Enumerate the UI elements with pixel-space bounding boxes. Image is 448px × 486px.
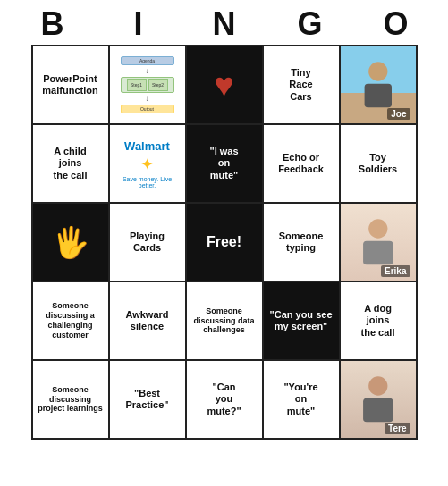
cell-awkward-silence[interactable]: Awkwardsilence bbox=[110, 282, 187, 361]
cell-can-you-mute[interactable]: "Canyoumute?" bbox=[187, 361, 264, 440]
cell-someone-typing[interactable]: Someonetyping bbox=[264, 204, 341, 282]
cell-text: Someone discussing a challenging custome… bbox=[37, 301, 105, 339]
cell-powerpoint[interactable]: PowerPointmalfunction bbox=[33, 46, 110, 125]
letter-n: N bbox=[186, 5, 263, 43]
cell-text: Someonetyping bbox=[279, 230, 324, 254]
cell-playing-cards[interactable]: PlayingCards bbox=[110, 204, 187, 282]
cell-text: "You'reonmute" bbox=[283, 381, 317, 417]
cell-text: ToySoldiers bbox=[359, 152, 397, 175]
cell-i-was-on-mute[interactable]: "I wasonmute" bbox=[187, 125, 264, 204]
cell-dog-joins[interactable]: A dogjoinsthe call bbox=[341, 282, 418, 361]
cell-text: Someone discussing data challenges bbox=[190, 306, 258, 335]
svg-rect-3 bbox=[363, 240, 393, 264]
cell-text: "BestPractice" bbox=[125, 388, 168, 411]
cell-text: PlayingCards bbox=[130, 230, 165, 254]
cell-text: Echo orFeedback bbox=[278, 152, 324, 175]
cell-tere[interactable]: Tere bbox=[341, 361, 418, 440]
diagram-content: Agenda ↓ Step1 Step2 ↓ Output bbox=[121, 56, 174, 113]
cell-free[interactable]: Free! bbox=[187, 204, 264, 282]
cell-diagram[interactable]: Agenda ↓ Step1 Step2 ↓ Output bbox=[110, 46, 187, 125]
cell-text: Awkwardsilence bbox=[125, 309, 168, 332]
svg-point-0 bbox=[368, 62, 387, 80]
cell-heart[interactable]: ♥ bbox=[187, 46, 264, 125]
letter-o: O bbox=[358, 5, 435, 43]
cell-tiny-race-cars[interactable]: TinyRaceCars bbox=[264, 46, 341, 125]
cell-text: "I wasonmute" bbox=[209, 146, 238, 181]
cell-text: "Can you see my screen" bbox=[267, 309, 335, 332]
svg-rect-5 bbox=[363, 398, 393, 422]
letter-i: I bbox=[100, 5, 177, 43]
hand-icon: 🖐 bbox=[52, 224, 89, 260]
svg-point-2 bbox=[368, 219, 387, 238]
cell-text: A dogjoinsthe call bbox=[361, 303, 395, 339]
erika-label: Erika bbox=[381, 265, 410, 277]
cell-walmart[interactable]: Walmart ✦ Save money. Live better. bbox=[110, 125, 187, 204]
cell-youre-on-mute[interactable]: "You'reonmute" bbox=[264, 361, 341, 440]
cell-erika[interactable]: Erika bbox=[341, 204, 418, 282]
cell-joe[interactable]: Joe bbox=[341, 46, 418, 125]
tere-label: Tere bbox=[385, 423, 410, 434]
cell-toy-soldiers[interactable]: ToySoldiers bbox=[341, 125, 418, 204]
letter-g: G bbox=[272, 5, 349, 43]
walmart-logo: Walmart ✦ Save money. Live better. bbox=[114, 139, 182, 189]
cell-hand[interactable]: 🖐 bbox=[33, 204, 110, 282]
cell-text: TinyRaceCars bbox=[289, 67, 312, 103]
cell-text: PowerPointmalfunction bbox=[42, 73, 97, 96]
bingo-header: B I N G O bbox=[10, 0, 439, 45]
svg-rect-1 bbox=[364, 83, 391, 107]
bingo-grid: PowerPointmalfunction Agenda ↓ Step1 Ste… bbox=[31, 45, 418, 440]
letter-b: B bbox=[14, 5, 91, 43]
cell-data-challenges[interactable]: Someone discussing data challenges bbox=[187, 282, 264, 361]
cell-text: Someone discussing project learnings bbox=[37, 385, 105, 414]
cell-child-joins[interactable]: A childjoinsthe call bbox=[33, 125, 110, 204]
cell-can-you-see-screen[interactable]: "Can you see my screen" bbox=[264, 282, 341, 361]
cell-project-learnings[interactable]: Someone discussing project learnings bbox=[33, 361, 110, 440]
svg-point-4 bbox=[368, 376, 387, 395]
heart-icon: ♥ bbox=[214, 66, 234, 105]
cell-text: "Canyoumute?" bbox=[207, 381, 241, 417]
cell-best-practice[interactable]: "BestPractice" bbox=[110, 361, 187, 440]
cell-text: A childjoinsthe call bbox=[54, 146, 88, 181]
free-text: Free! bbox=[207, 234, 241, 250]
cell-echo[interactable]: Echo orFeedback bbox=[264, 125, 341, 204]
cell-challenging-customer[interactable]: Someone discussing a challenging custome… bbox=[33, 282, 110, 361]
joe-label: Joe bbox=[387, 108, 410, 120]
